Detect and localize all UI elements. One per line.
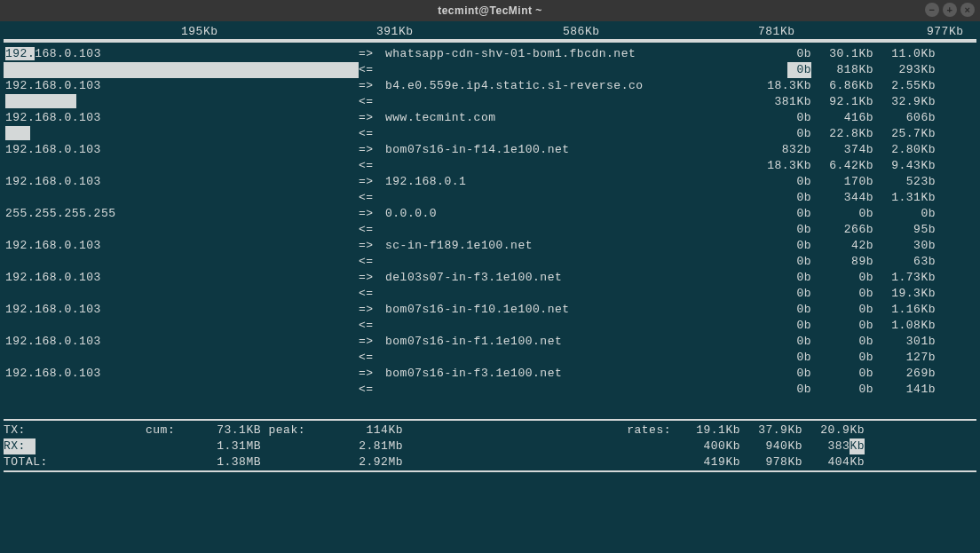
end-divider xyxy=(4,470,976,472)
rate-40s: 2.55Kb xyxy=(873,78,936,94)
maximize-icon[interactable]: + xyxy=(943,3,957,17)
arrow-right-icon: => xyxy=(359,206,385,222)
connection-row: <=0b818Kb293Kb xyxy=(4,62,976,78)
connection-row: <=0b0b19.3Kb xyxy=(4,286,976,302)
arrow-left-icon: <= xyxy=(359,382,385,398)
rate-2s: 0b xyxy=(749,350,811,366)
rate-2s: 832b xyxy=(749,142,811,158)
tx-rate2: 37.9Kb xyxy=(740,423,802,438)
src-host: 192.168.0.103 xyxy=(4,142,359,158)
rate-10s: 170b xyxy=(811,174,873,190)
rate-40s: 127b xyxy=(873,350,936,366)
rate-40s: 95b xyxy=(873,222,936,238)
rate-2s: 0b xyxy=(749,318,811,334)
rx-rate1: 400Kb xyxy=(678,438,740,454)
dst-host: 192.168.0.1 xyxy=(385,174,749,190)
rate-40s: 0b xyxy=(873,206,936,222)
connection-row: <=0b344b1.31Kb xyxy=(4,190,976,206)
connection-row: 192.168.0.103=>www.tecmint.com0b416b606b xyxy=(4,110,976,126)
arrow-right-icon: => xyxy=(359,270,385,286)
src-host: 192.168.0.103 xyxy=(4,238,359,254)
dst-host: 0.0.0.0 xyxy=(385,206,749,222)
rate-2s: 18.3Kb xyxy=(749,158,811,174)
scale-tick: 391Kb xyxy=(376,25,414,38)
window-titlebar: tecmint@TecMint ~ − + × xyxy=(0,0,980,21)
connection-row: 192.168.0.103=>bom07s16-in-f14.1e100.net… xyxy=(4,142,976,158)
scale-tick: 195Kb xyxy=(181,25,218,38)
connection-row: <=0b0b141b xyxy=(4,382,976,398)
rate-40s: 269b xyxy=(873,366,936,382)
stats-row-rx: RX: 1.31MB 2.81Mb 400Kb 940Kb 383Kb xyxy=(4,438,976,454)
total-rate3: 404Kb xyxy=(802,454,865,470)
connection-row: 192.168.0.103=>sc-in-f189.1e100.net0b42b… xyxy=(4,238,976,254)
arrow-right-icon: => xyxy=(359,110,385,126)
rate-10s: 0b xyxy=(811,334,873,350)
peak-label: peak: xyxy=(261,423,305,438)
src-host: 192.168.0.103 xyxy=(4,270,359,286)
total-peak: 2.92Mb xyxy=(305,454,403,470)
cum-label: cum: xyxy=(146,423,181,438)
src-host: 192.168.0.103 xyxy=(4,78,359,94)
tx-cum: 73.1KB xyxy=(181,423,261,438)
tx-rate3: 20.9Kb xyxy=(802,423,865,438)
stats-panel: TX: cum: 73.1KB peak: 114Kb rates: 19.1K… xyxy=(4,423,976,470)
rate-10s: 0b xyxy=(811,206,873,222)
dst-host xyxy=(385,286,749,302)
arrow-left-icon: <= xyxy=(359,190,385,206)
rate-2s: 0b xyxy=(749,46,811,62)
close-icon[interactable]: × xyxy=(960,3,975,17)
connection-row: <=0b266b95b xyxy=(4,222,976,238)
connection-row: <=0b22.8Kb25.7Kb xyxy=(4,126,976,142)
tx-rate1: 19.1Kb xyxy=(678,423,740,438)
dst-host: www.tecmint.com xyxy=(385,110,749,126)
dst-host xyxy=(385,254,749,270)
connection-row: 255.255.255.255=>0.0.0.00b0b0b xyxy=(4,206,976,222)
rate-2s: 0b xyxy=(749,206,811,222)
arrow-right-icon: => xyxy=(359,142,385,158)
rate-40s: 30b xyxy=(873,238,936,254)
dst-host: del03s07-in-f3.1e100.net xyxy=(385,270,749,286)
src-host: 192.168.0.103 xyxy=(4,110,359,126)
total-label: TOTAL: xyxy=(4,454,146,470)
scale-tick: 977Kb xyxy=(927,25,964,38)
arrow-right-icon: => xyxy=(359,366,385,382)
rate-2s: 0b xyxy=(749,270,811,286)
rate-2s: 0b xyxy=(749,286,811,302)
rx-rate2: 940Kb xyxy=(740,438,802,454)
arrow-right-icon: => xyxy=(359,334,385,350)
rate-10s: 0b xyxy=(811,350,873,366)
connection-row: <=381Kb92.1Kb32.9Kb xyxy=(4,94,976,110)
rate-40s: 606b xyxy=(873,110,936,126)
connection-row: 192.168.0.103=>bom07s16-in-f1.1e100.net0… xyxy=(4,334,976,350)
rate-10s: 42b xyxy=(811,238,873,254)
connection-row: 192.168.0.103=>whatsapp-cdn-shv-01-bom1.… xyxy=(4,46,976,62)
rx-peak: 2.81Mb xyxy=(305,438,403,454)
connection-row: <=0b89b63b xyxy=(4,254,976,270)
rate-2s: 0b xyxy=(749,366,811,382)
rate-2s: 0b xyxy=(749,62,811,78)
arrow-left-icon: <= xyxy=(359,350,385,366)
src-host xyxy=(4,62,359,78)
rate-10s: 266b xyxy=(811,222,873,238)
scale-rule xyxy=(4,39,976,43)
rate-10s: 0b xyxy=(811,302,873,318)
stats-row-total: TOTAL: 1.38MB 2.92Mb 419Kb 978Kb 404Kb xyxy=(4,454,976,470)
rate-40s: 523b xyxy=(873,174,936,190)
rate-10s: 344b xyxy=(811,190,873,206)
rate-40s: 1.31Kb xyxy=(873,190,936,206)
dst-host: bom07s16-in-f1.1e100.net xyxy=(385,334,749,350)
minimize-icon[interactable]: − xyxy=(925,3,939,17)
connection-row: 192.168.0.103=>bom07s16-in-f3.1e100.net0… xyxy=(4,366,976,382)
src-host xyxy=(4,254,359,270)
stats-row-tx: TX: cum: 73.1KB peak: 114Kb rates: 19.1K… xyxy=(4,423,976,438)
connection-row: 192.168.0.103=>192.168.0.10b170b523b xyxy=(4,174,976,190)
tx-peak: 114Kb xyxy=(305,423,403,438)
src-host: 192.168.0.103 xyxy=(4,366,359,382)
src-host: 192.168.0.103 xyxy=(4,174,359,190)
arrow-right-icon: => xyxy=(359,238,385,254)
src-host xyxy=(4,318,359,334)
src-host xyxy=(4,190,359,206)
rate-2s: 0b xyxy=(749,190,811,206)
rate-2s: 0b xyxy=(749,222,811,238)
arrow-right-icon: => xyxy=(359,174,385,190)
